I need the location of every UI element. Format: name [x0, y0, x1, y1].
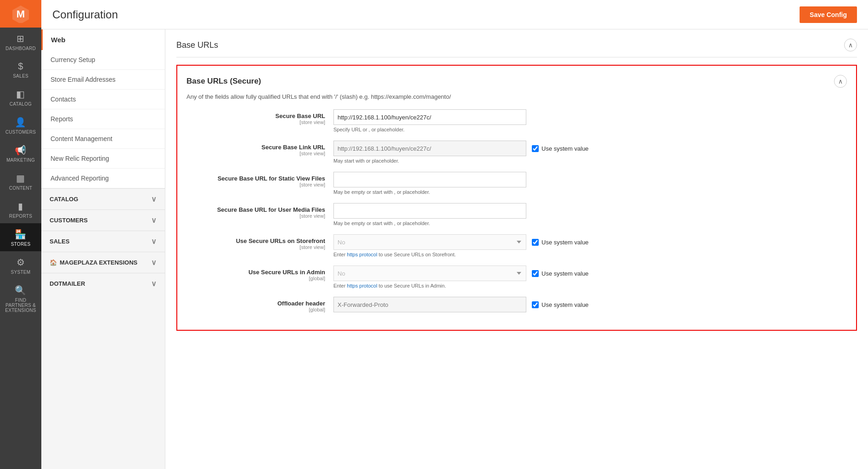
nav-item-stores[interactable]: 🏪 STORES	[0, 223, 41, 251]
sidebar-item-reports[interactable]: Reports	[41, 109, 165, 129]
catalog-icon: ◧	[16, 89, 25, 100]
https-link-admin[interactable]: https protocol	[347, 283, 377, 288]
logo[interactable]: M	[0, 0, 41, 28]
content-area: Web Currency Setup Store Email Addresses…	[41, 29, 868, 469]
sidebar-item-content-management[interactable]: Content Management	[41, 129, 165, 149]
find-partners-icon: 🔍	[15, 285, 26, 296]
sidebar-active-web[interactable]: Web	[41, 29, 165, 50]
select-use-secure-storefront[interactable]: No Yes	[333, 234, 526, 250]
select-use-secure-admin[interactable]: No Yes	[333, 266, 526, 281]
sublabel-use-secure-admin: [global]	[186, 276, 325, 281]
sidebar-section-customers[interactable]: CUSTOMERS ∨	[41, 209, 165, 231]
https-link-storefront[interactable]: https protocol	[347, 252, 377, 257]
hint-secure-static-view-url: May be empty or start with , or placehol…	[333, 189, 847, 195]
hint-use-secure-admin: Enter https protocol to use Secure URLs …	[333, 283, 847, 288]
save-config-button[interactable]: Save Config	[800, 6, 857, 23]
sidebar-section-catalog-label: CATALOG	[50, 196, 78, 203]
sidebar-section-dotmailer-label: DOTMAILER	[50, 280, 85, 287]
svg-text:M: M	[17, 8, 25, 20]
main-content: Base URLs ∧ Base URLs (Secure) ∧ Any of …	[165, 29, 868, 469]
label-offloader-header: Offloader header	[186, 300, 325, 307]
secure-section: Base URLs (Secure) ∧ Any of the fields a…	[176, 65, 857, 331]
secure-section-header: Base URLs (Secure) ∧	[186, 75, 847, 88]
nav-item-sales[interactable]: $ SALES	[0, 56, 41, 83]
left-navigation: M ⊞ DASHBOARD $ SALES ◧ CATALOG 👤 CUSTOM…	[0, 0, 41, 469]
input-offloader-header[interactable]	[333, 297, 526, 312]
chevron-down-icon: ∨	[151, 279, 157, 288]
stores-icon: 🏪	[15, 229, 26, 240]
hint-use-secure-storefront: Enter https protocol to use Secure URLs …	[333, 252, 847, 257]
sales-icon: $	[18, 61, 23, 72]
sidebar-item-currency-setup[interactable]: Currency Setup	[41, 50, 165, 70]
nav-label-marketing: MARKETING	[6, 158, 35, 163]
chevron-down-icon: ∨	[151, 258, 157, 267]
sublabel-offloader-header: [global]	[186, 307, 325, 312]
use-system-value-checkbox-link-url[interactable]	[532, 145, 539, 152]
nav-label-catalog: CATALOG	[10, 102, 32, 107]
nav-label-stores: STORES	[11, 242, 31, 247]
nav-label-dashboard: DASHBOARD	[6, 46, 36, 51]
nav-item-dashboard[interactable]: ⊞ DASHBOARD	[0, 28, 41, 56]
use-system-value-checkbox-storefront[interactable]	[532, 239, 539, 246]
sidebar-section-sales[interactable]: SALES ∨	[41, 231, 165, 252]
nav-label-content: CONTENT	[9, 186, 32, 191]
collapse-button[interactable]: ∧	[844, 39, 857, 51]
chevron-down-icon: ∨	[151, 237, 157, 246]
nav-item-find-partners[interactable]: 🔍 FIND PARTNERS & EXTENSIONS	[0, 279, 41, 317]
use-system-value-label: Use system value	[532, 145, 589, 152]
label-secure-media-url: Secure Base URL for User Media Files	[186, 206, 325, 213]
sublabel-secure-base-url: [store view]	[186, 119, 325, 125]
sidebar-item-store-email[interactable]: Store Email Addresses	[41, 70, 165, 90]
hint-secure-base-url: Specify URL or , or placeholder.	[333, 127, 847, 132]
sublabel-secure-static-view-url: [store view]	[186, 182, 325, 187]
top-header: Configuration Save Config	[41, 0, 868, 29]
nav-label-sales: SALES	[13, 73, 28, 79]
nav-label-reports: REPORTS	[9, 214, 32, 219]
secure-collapse-button[interactable]: ∧	[834, 75, 847, 88]
label-secure-static-view-url: Secure Base URL for Static View Files	[186, 175, 325, 182]
nav-item-catalog[interactable]: ◧ CATALOG	[0, 83, 41, 111]
mageplaza-home-icon: 🏠	[50, 259, 57, 266]
field-secure-media-url: Secure Base URL for User Media Files [st…	[186, 203, 847, 226]
base-urls-title: Base URLs	[176, 40, 218, 50]
sidebar-section-sales-label: SALES	[50, 238, 69, 245]
input-secure-media-url[interactable]	[333, 203, 526, 219]
nav-label-customers: CUSTOMERS	[6, 130, 36, 135]
customers-icon: 👤	[15, 117, 26, 128]
label-use-secure-admin: Use Secure URLs in Admin	[186, 269, 325, 276]
sidebar-item-contacts[interactable]: Contacts	[41, 90, 165, 109]
chevron-down-icon: ∨	[151, 195, 157, 203]
page-title: Configuration	[52, 8, 118, 21]
input-secure-base-link-url[interactable]	[333, 141, 526, 156]
sublabel-secure-base-link-url: [store view]	[186, 151, 325, 156]
nav-item-content[interactable]: ▦ CONTENT	[0, 167, 41, 195]
nav-item-customers[interactable]: 👤 CUSTOMERS	[0, 111, 41, 139]
sidebar-item-advanced-reporting[interactable]: Advanced Reporting	[41, 169, 165, 188]
sidebar-section-catalog[interactable]: CATALOG ∨	[41, 188, 165, 209]
nav-item-reports[interactable]: ▮ REPORTS	[0, 195, 41, 223]
sidebar-item-new-relic[interactable]: New Relic Reporting	[41, 149, 165, 169]
sidebar-section-dotmailer[interactable]: DOTMAILER ∨	[41, 273, 165, 294]
field-secure-base-link-url: Secure Base Link URL [store view] Use sy…	[186, 141, 847, 164]
nav-item-system[interactable]: ⚙ SYSTEM	[0, 251, 41, 279]
sublabel-use-secure-storefront: [store view]	[186, 244, 325, 250]
use-system-value-label-offloader: Use system value	[532, 301, 589, 308]
dashboard-icon: ⊞	[17, 33, 24, 44]
field-secure-static-view-url: Secure Base URL for Static View Files [s…	[186, 172, 847, 195]
sidebar-section-mageplaza[interactable]: 🏠 MAGEPLAZA EXTENSIONS ∨	[41, 252, 165, 273]
field-use-secure-storefront: Use Secure URLs on Storefront [store vie…	[186, 234, 847, 257]
label-use-secure-storefront: Use Secure URLs on Storefront	[186, 237, 325, 244]
label-secure-base-url: Secure Base URL	[186, 113, 325, 119]
nav-item-marketing[interactable]: 📢 MARKETING	[0, 139, 41, 167]
reports-icon: ▮	[18, 201, 23, 212]
input-secure-base-url[interactable]	[333, 109, 526, 125]
use-system-value-checkbox-admin[interactable]	[532, 270, 539, 277]
main-area: Configuration Save Config Web Currency S…	[41, 0, 868, 469]
input-secure-static-view-url[interactable]	[333, 172, 526, 187]
chevron-up-icon: ∧	[838, 78, 843, 85]
chevron-down-icon: ∨	[151, 216, 157, 225]
use-system-value-checkbox-offloader[interactable]	[532, 301, 539, 308]
sidebar-section-mageplaza-label: MAGEPLAZA EXTENSIONS	[60, 259, 137, 266]
base-urls-header: Base URLs ∧	[176, 39, 857, 57]
field-secure-base-url: Secure Base URL [store view] Specify URL…	[186, 109, 847, 132]
